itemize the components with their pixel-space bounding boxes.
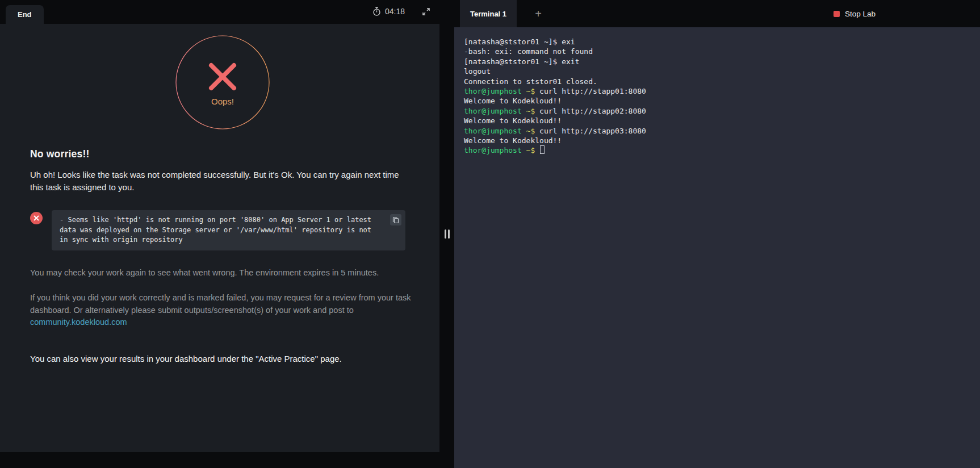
expire-note: You may check your work again to see wha… — [30, 267, 412, 279]
terminal-line: thor@jumphost ~$ curl http://stapp03:808… — [464, 126, 969, 136]
task-result-content: Oops! No worries!! Uh oh! Looks like the… — [0, 24, 439, 452]
error-details-row: - Seems like 'httpd' is not running on p… — [30, 210, 414, 250]
lab-workspace: End 04:18 — [0, 0, 980, 468]
terminal-line: Connection to ststor01 closed. — [464, 77, 969, 86]
terminal-line: Welcome to Kodekloud!! — [464, 136, 969, 145]
stop-lab-button[interactable]: Stop Lab — [830, 9, 879, 19]
terminal-line: Welcome to Kodekloud!! — [464, 116, 969, 126]
add-terminal-button[interactable]: + — [530, 6, 546, 22]
terminal-line: -bash: exi: command not found — [464, 47, 969, 56]
lab-timer: 04:18 — [372, 7, 405, 16]
terminal-line: thor@jumphost ~$ — [464, 145, 969, 155]
error-details-box: - Seems like 'httpd' is not running on p… — [52, 210, 405, 250]
tab-terminal-1[interactable]: Terminal 1 — [460, 0, 517, 27]
oops-graphic: Oops! — [30, 35, 414, 129]
terminal-line: [natasha@ststor01 ~]$ exit — [464, 57, 969, 66]
oops-circle: Oops! — [175, 35, 270, 129]
terminal-line: thor@jumphost ~$ curl http://stapp01:808… — [464, 86, 969, 96]
copy-icon — [392, 216, 399, 224]
error-cross-icon — [30, 212, 43, 224]
review-note-text: If you think you did your work correctly… — [30, 293, 411, 315]
oops-label: Oops! — [211, 97, 233, 106]
task-panel-header: End 04:18 — [0, 0, 439, 24]
terminal-line: Welcome to Kodekloud!! — [464, 96, 969, 106]
task-result-panel: End 04:18 — [0, 0, 439, 468]
terminal-output[interactable]: [natasha@ststor01 ~]$ exi-bash: exi: com… — [454, 27, 980, 468]
terminal-line: thor@jumphost ~$ curl http://stapp02:808… — [464, 106, 969, 116]
tab-end[interactable]: End — [6, 5, 44, 24]
lab-timer-value: 04:18 — [385, 7, 405, 16]
community-link[interactable]: community.kodekloud.com — [30, 316, 412, 329]
error-details-text: - Seems like 'httpd' is not running on p… — [60, 216, 371, 244]
terminal-line: logout — [464, 66, 969, 76]
review-note: If you think you did your work correctly… — [30, 292, 412, 329]
task-header-actions: 04:18 — [372, 0, 433, 24]
left-panel-bottom-strip — [0, 452, 439, 468]
terminal-line: [natasha@ststor01 ~]$ exi — [464, 37, 969, 47]
expand-panel-button[interactable] — [420, 5, 433, 18]
result-heading: No worries!! — [30, 148, 414, 160]
copy-button[interactable] — [390, 214, 401, 225]
dashboard-note: You can also view your results in your d… — [30, 354, 414, 363]
stop-icon — [834, 11, 840, 17]
terminal-cursor — [540, 145, 545, 154]
expand-icon — [422, 7, 430, 16]
terminal-header: Terminal 1 + Stop Lab — [454, 0, 980, 27]
stopwatch-icon — [372, 7, 381, 16]
result-message: Uh oh! Looks like the task was not compl… — [30, 169, 414, 193]
terminal-panel: Terminal 1 + Stop Lab [natasha@ststor01 … — [454, 0, 980, 468]
resize-grip-icon — [445, 229, 450, 239]
stop-lab-label: Stop Lab — [845, 10, 876, 18]
panel-resize-handle[interactable] — [439, 0, 454, 468]
x-mark-icon — [211, 65, 234, 88]
